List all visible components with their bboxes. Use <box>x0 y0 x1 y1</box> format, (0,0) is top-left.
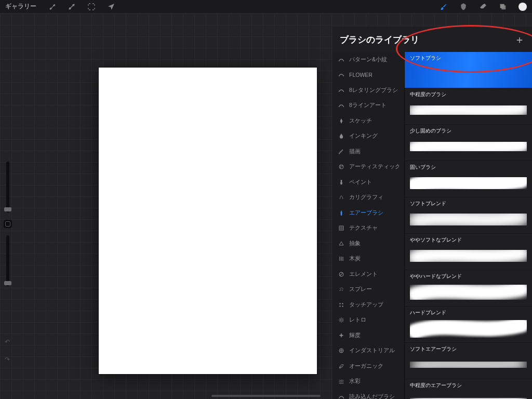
svg-rect-3 <box>501 5 506 9</box>
waves-icon <box>338 378 345 385</box>
brush-set-item[interactable]: FLOWER <box>332 68 404 83</box>
stroke-icon <box>338 87 345 94</box>
svg-point-12 <box>342 288 342 288</box>
brush-set-item[interactable]: インダストリアル <box>332 343 404 359</box>
brush-set-item[interactable]: オーガニック <box>332 358 404 374</box>
home-indicator <box>211 395 321 397</box>
stroke-icon <box>338 56 345 63</box>
undo-button[interactable]: ↶ <box>3 338 11 345</box>
add-brush-button[interactable]: ＋ <box>514 33 525 47</box>
brush-set-label: 8ラインアート <box>349 102 387 109</box>
color-swatch[interactable] <box>518 3 527 11</box>
brush-size-handle[interactable] <box>4 207 11 211</box>
brush-preview <box>410 390 527 399</box>
brush-set-label: ペイント <box>349 179 372 186</box>
brush-set-item[interactable]: スケッチ <box>332 113 404 129</box>
select-icon[interactable] <box>87 3 96 11</box>
brush-set-label: 輝度 <box>349 332 361 339</box>
brush-list[interactable]: ソフトブラシ 中程度のブラシ 少し固めのブラシ 固いブラシ ソフトブレンド やや… <box>405 52 532 399</box>
canvas-stage: ↶ ↷ ブラシのライブラリ ＋ パターン&小紋FLOWER8レタリングブラシ8ラ… <box>0 14 532 399</box>
redo-button[interactable]: ↷ <box>3 356 11 363</box>
svg-rect-8 <box>341 180 342 182</box>
brush-item[interactable]: ソフトブレンド <box>405 197 532 234</box>
brush-name: 中程度のエアーブラシ <box>410 382 527 389</box>
brush-item[interactable]: 中程度のエアーブラシ <box>405 379 532 399</box>
svg-point-17 <box>340 303 341 304</box>
brush-item[interactable]: ややハードなブレンド <box>405 270 532 307</box>
svg-point-5 <box>340 166 341 167</box>
brush-item[interactable]: ソフトブラシ <box>405 52 532 88</box>
svg-point-16 <box>340 290 340 291</box>
brush-name: ややソフトなブレンド <box>410 237 527 244</box>
panel-title: ブラシのライブラリ <box>340 34 419 46</box>
brush-set-item[interactable]: タッチアップ <box>332 297 404 313</box>
svg-point-20 <box>342 305 343 307</box>
layers-icon[interactable] <box>499 3 507 11</box>
globe-icon <box>338 347 345 354</box>
brush-set-label: エアーブラシ <box>349 209 383 217</box>
brush-tool-icon[interactable] <box>440 3 448 11</box>
svg-point-7 <box>340 167 341 168</box>
brush-set-item[interactable]: 8ラインアート <box>332 98 404 114</box>
pencil-icon <box>338 117 345 125</box>
gallery-button[interactable]: ギャラリー <box>5 2 36 11</box>
brush-set-item[interactable]: 8レタリングブラシ <box>332 83 404 98</box>
brush-preview <box>410 62 527 85</box>
brush-preview <box>410 99 527 121</box>
transform-icon[interactable] <box>107 3 115 11</box>
brush-library-panel: ブラシのライブラリ ＋ パターン&小紋FLOWER8レタリングブラシ8ラインアー… <box>332 27 532 399</box>
adjust-icon[interactable] <box>68 3 76 11</box>
brush-set-label: アーティスティック <box>349 163 399 170</box>
brush-set-item[interactable]: 描画 <box>332 144 404 159</box>
brush-name: ハードブレンド <box>410 310 527 316</box>
brush-item[interactable]: 少し固めのブラシ <box>405 125 532 161</box>
stroke-icon <box>338 71 345 78</box>
brush-set-item[interactable]: インキング <box>332 129 404 144</box>
brush-item[interactable]: ソフトエアーブラシ <box>405 343 532 379</box>
brush-preview <box>410 171 527 194</box>
brush-set-label: パターン&小紋 <box>349 56 387 63</box>
brush-set-item[interactable]: パターン&小紋 <box>332 52 404 68</box>
brush-opacity-slider[interactable] <box>6 235 9 286</box>
brush-item[interactable]: ややソフトなブレンド <box>405 234 532 270</box>
eraser-tool-icon[interactable] <box>479 3 487 11</box>
brush-set-item[interactable]: スプレー <box>332 282 404 298</box>
brush-set-label: テクスチャ <box>349 224 378 232</box>
brush-preview <box>410 244 527 267</box>
brush-set-item[interactable]: 木炭 <box>332 251 404 267</box>
brush-set-item[interactable]: レトロ <box>332 313 404 328</box>
brush-set-label: インキング <box>349 132 378 140</box>
brush-item[interactable]: 中程度のブラシ <box>405 88 532 125</box>
top-toolbar: ギャラリー <box>0 0 532 14</box>
brush-set-list[interactable]: パターン&小紋FLOWER8レタリングブラシ8ラインアートスケッチインキング描画… <box>332 52 405 399</box>
brush-set-label: インダストリアル <box>349 347 395 354</box>
brush-set-item[interactable]: カリグラフィ <box>332 190 404 206</box>
left-slider-dock <box>3 162 12 294</box>
canvas[interactable] <box>99 68 317 374</box>
svg-point-18 <box>342 303 343 304</box>
brush-set-item[interactable]: エレメント <box>332 267 404 282</box>
modify-button[interactable] <box>4 220 12 228</box>
brush-size-slider[interactable] <box>6 162 9 212</box>
brush-set-item[interactable]: 輝度 <box>332 328 404 343</box>
undo-redo-group: ↶ ↷ <box>3 338 11 363</box>
brush-opacity-handle[interactable] <box>4 281 11 285</box>
brush-item[interactable]: 固いブラシ <box>405 161 532 197</box>
brush-set-item[interactable]: エアーブラシ <box>332 205 404 221</box>
calligraphy-icon <box>338 194 345 201</box>
brush-item[interactable]: ハードブレンド <box>405 307 532 343</box>
brush-set-item[interactable]: 抽象 <box>332 236 404 251</box>
brush-set-item[interactable]: アーティスティック <box>332 159 404 175</box>
airbrush-icon <box>338 209 345 217</box>
brush-preview <box>410 353 527 376</box>
palette-icon <box>338 163 345 170</box>
bars-icon <box>338 255 345 262</box>
brush-set-item[interactable]: 水彩 <box>332 374 404 390</box>
wrench-icon[interactable] <box>48 3 56 11</box>
brush-set-item[interactable]: ペイント <box>332 175 404 190</box>
brush-set-item[interactable]: テクスチャ <box>332 221 404 236</box>
brush-set-item[interactable]: 読み込んだブラシ <box>332 389 404 399</box>
svg-rect-9 <box>339 226 343 230</box>
smudge-tool-icon[interactable] <box>459 3 468 11</box>
brush-name: ソフトブラシ <box>410 55 527 62</box>
